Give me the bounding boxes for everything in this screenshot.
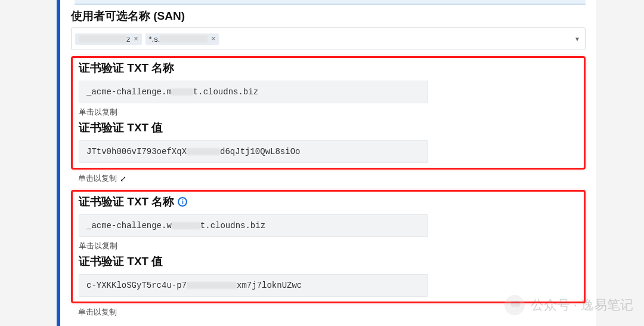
close-icon[interactable]: × xyxy=(211,35,215,43)
info-banner-edge xyxy=(75,0,586,5)
value-prefix: c-YXKKloSGyT5rc4u-p7 xyxy=(86,281,187,290)
value-prefix: _acme-challenge.m xyxy=(86,87,172,97)
redacted-span xyxy=(172,88,193,96)
form-panel: 使用者可选名称 (SAN) z × *.s. × ▾ 证书验证 TXT 名称 _… xyxy=(57,0,596,326)
san-field-label: 使用者可选名称 (SAN) xyxy=(71,8,586,24)
copy-hint: 单击以复制 ⤢ xyxy=(78,173,586,184)
watermark-text: 公众号 · 逸易笔记 xyxy=(531,296,633,314)
hint-text: 单击以复制 xyxy=(78,173,117,184)
label-text: 证书验证 TXT 名称 xyxy=(79,60,174,76)
txt-value-value[interactable]: c-YXKKloSGyT5rc4u-p7xm7j7loknUZwc xyxy=(79,274,428,297)
txt-value-value[interactable]: JTtv0h006vI793oefXqXd6qJtj10QwL8siOo xyxy=(79,140,428,163)
label-text: 证书验证 TXT 名称 xyxy=(79,194,174,210)
content-area: 使用者可选名称 (SAN) z × *.s. × ▾ 证书验证 TXT 名称 _… xyxy=(71,0,586,318)
san-tag[interactable]: z × xyxy=(75,33,142,45)
txt-record-box: 证书验证 TXT 名称 i _acme-challenge.wt.cloudns… xyxy=(71,190,586,303)
label-text: 证书验证 TXT 值 xyxy=(79,120,163,136)
cursor-icon: ⤢ xyxy=(120,174,126,183)
value-suffix: xm7j7loknUZwc xyxy=(237,281,302,290)
value-prefix: _acme-challenge.w xyxy=(86,221,172,230)
chevron-down-icon[interactable]: ▾ xyxy=(575,35,579,43)
watermark: 公众号 · 逸易笔记 xyxy=(504,295,633,315)
txt-name-label: 证书验证 TXT 名称 i xyxy=(79,194,578,210)
txt-value-label: 证书验证 TXT 值 xyxy=(79,254,578,269)
close-icon[interactable]: × xyxy=(134,35,138,43)
redacted-span xyxy=(187,282,237,289)
value-suffix: t.cloudns.biz xyxy=(200,221,265,230)
redacted-span xyxy=(172,222,200,229)
hint-text: 单击以复制 xyxy=(79,107,117,118)
value-suffix: d6qJtj10QwL8siOo xyxy=(220,147,300,156)
txt-name-value[interactable]: _acme-challenge.wt.cloudns.biz xyxy=(79,214,428,237)
txt-record-box: 证书验证 TXT 名称 _acme-challenge.mt.cloudns.b… xyxy=(71,56,586,170)
hint-text: 单击以复制 xyxy=(78,307,117,318)
txt-name-label: 证书验证 TXT 名称 xyxy=(79,60,578,76)
san-tag-text: *.s. xyxy=(149,35,160,44)
label-text: 证书验证 TXT 值 xyxy=(79,254,163,269)
value-suffix: t.cloudns.biz xyxy=(193,87,258,97)
hint-text: 单击以复制 xyxy=(79,241,117,251)
wechat-icon xyxy=(504,295,525,315)
redacted-span xyxy=(187,148,220,155)
san-tag-text: z xyxy=(126,35,131,44)
txt-value-label: 证书验证 TXT 值 xyxy=(79,120,578,136)
san-tag[interactable]: *.s. × xyxy=(145,33,219,45)
san-tag-input[interactable]: z × *.s. × ▾ xyxy=(71,27,586,50)
redacted-span xyxy=(79,35,126,42)
value-prefix: JTtv0h006vI793oefXqX xyxy=(86,147,187,156)
copy-hint: 单击以复制 xyxy=(79,241,578,251)
copy-hint: 单击以复制 xyxy=(79,107,578,118)
txt-name-value[interactable]: _acme-challenge.mt.cloudns.biz xyxy=(79,81,428,103)
redacted-span xyxy=(160,35,208,42)
info-icon[interactable]: i xyxy=(178,197,187,207)
